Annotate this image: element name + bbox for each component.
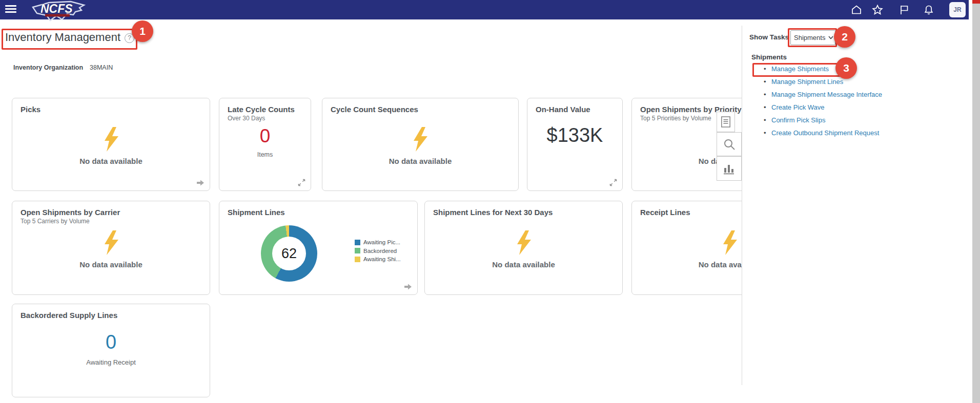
- metric-label: Awaiting Receipt: [21, 358, 201, 366]
- task-link-create-pick-wave[interactable]: Create Pick Wave: [771, 103, 825, 111]
- card-open-shipments-by-carrier[interactable]: Open Shipments by Carrier Top 5 Carriers…: [12, 201, 210, 295]
- page-title: Inventory Management?: [5, 31, 134, 44]
- card-backordered-supply-lines[interactable]: Backordered Supply Lines 0 Awaiting Rece…: [12, 304, 210, 397]
- show-tasks-select[interactable]: Shipments: [790, 30, 835, 45]
- show-tasks-label: Show Tasks: [749, 33, 789, 41]
- shipment-lines-donut: 62: [261, 225, 317, 282]
- scrollbar-marker: [972, 0, 980, 4]
- task-list-item: Manage Shipment Message Interface: [764, 91, 882, 98]
- annotation-badge-2: 2: [834, 26, 855, 48]
- card-action-arrow-icon[interactable]: [196, 179, 205, 186]
- legend-swatch: [355, 240, 360, 245]
- scrollbar[interactable]: [972, 0, 980, 403]
- lightning-icon: [514, 230, 534, 256]
- task-link-manage-shipment-message-interface[interactable]: Manage Shipment Message Interface: [771, 91, 882, 98]
- card-title: Shipment Lines: [228, 208, 409, 217]
- hamburger-menu-icon[interactable]: [5, 5, 16, 14]
- card-cycle-count-sequences[interactable]: Cycle Count Sequences No data available: [322, 98, 519, 191]
- org-label: Inventory Organization: [13, 64, 83, 71]
- lightning-icon: [101, 230, 121, 256]
- bar-chart-icon: [723, 162, 736, 175]
- card-title: Backordered Supply Lines: [21, 311, 201, 320]
- org-value: 38MAIN: [90, 64, 113, 71]
- card-expand-icon[interactable]: [298, 179, 305, 186]
- lightning-icon: [411, 126, 430, 152]
- search-tool-button[interactable]: [717, 132, 742, 156]
- document-icon: [721, 116, 731, 128]
- legend-label: Backordered: [363, 248, 397, 254]
- search-icon: [723, 138, 736, 151]
- main-content: Inventory Management? Inventory Organiza…: [0, 19, 742, 403]
- legend-swatch: [355, 248, 360, 253]
- card-shipment-lines[interactable]: Shipment Lines 62 Awaiting Pic... Backor…: [219, 201, 418, 295]
- metric-value: 0: [228, 126, 302, 147]
- metric-value: 0: [21, 332, 201, 353]
- star-favorites-icon[interactable]: [871, 4, 884, 16]
- user-avatar[interactable]: JR: [949, 2, 966, 17]
- task-link-list: Manage Shipments Manage Shipment Lines M…: [764, 66, 882, 142]
- legend-item: Awaiting Shi...: [355, 256, 401, 262]
- task-link-manage-shipments[interactable]: Manage Shipments: [771, 65, 829, 73]
- select-value: Shipments: [794, 34, 825, 41]
- metric-label: Items: [228, 151, 302, 158]
- legend-item: Backordered: [355, 248, 401, 254]
- card-title: On-Hand Value: [536, 105, 614, 114]
- task-link-confirm-pick-slips[interactable]: Confirm Pick Slips: [771, 116, 825, 124]
- card-on-hand-value[interactable]: On-Hand Value $133K: [527, 98, 623, 191]
- card-receipt-lines[interactable]: Receipt Lines No data available: [631, 201, 742, 295]
- no-data-text: No data available: [699, 260, 742, 269]
- task-link-create-outbound-shipment-request[interactable]: Create Outbound Shipment Request: [771, 129, 879, 137]
- legend-label: Awaiting Shi...: [363, 256, 401, 262]
- help-icon[interactable]: ?: [125, 33, 134, 43]
- task-list-item: Create Pick Wave: [764, 104, 882, 111]
- global-header: NCFS JR: [0, 0, 969, 19]
- card-title: Late Cycle Counts: [228, 105, 302, 114]
- inventory-organization-row: Inventory Organization 38MAIN: [13, 64, 83, 71]
- lightning-icon: [101, 126, 121, 152]
- notes-tool-button[interactable]: [717, 112, 735, 132]
- no-data-text: No data available: [79, 260, 142, 269]
- card-picks[interactable]: Picks No data available: [12, 98, 210, 191]
- ncfs-logo[interactable]: NCFS: [30, 0, 87, 23]
- task-list-item: Manage Shipments: [764, 66, 882, 73]
- chart-legend: Awaiting Pic... Backordered Awaiting Shi…: [355, 239, 401, 265]
- card-subtitle: Over 30 Days: [228, 115, 302, 122]
- legend-label: Awaiting Pic...: [363, 239, 400, 245]
- panel-divider: [742, 26, 742, 385]
- flag-watchlist-icon[interactable]: [898, 4, 910, 16]
- task-link-manage-shipment-lines[interactable]: Manage Shipment Lines: [771, 78, 843, 86]
- task-list-item: Create Outbound Shipment Request: [764, 130, 882, 137]
- card-shipment-lines-next-30-days[interactable]: Shipment Lines for Next 30 Days No data …: [424, 201, 623, 295]
- home-icon[interactable]: [850, 4, 863, 16]
- tasks-section-title: Shipments: [751, 53, 787, 61]
- task-list-item: Confirm Pick Slips: [764, 117, 882, 124]
- tasks-panel: Show Tasks Shipments Shipments Manage Sh…: [742, 19, 972, 403]
- logo-text: NCFS: [40, 2, 73, 15]
- legend-item: Awaiting Pic...: [355, 239, 401, 245]
- card-action-arrow-icon[interactable]: [404, 283, 412, 290]
- annotation-badge-1: 1: [132, 20, 153, 42]
- chart-tool-button[interactable]: [717, 156, 742, 181]
- no-data-text: No data available: [492, 260, 555, 269]
- chevron-down-icon: [828, 36, 833, 39]
- legend-swatch: [355, 257, 360, 262]
- task-list-item: Manage Shipment Lines: [764, 78, 882, 86]
- lightning-icon: [720, 230, 740, 256]
- card-expand-icon[interactable]: [609, 179, 617, 186]
- donut-center-value: 62: [281, 246, 297, 262]
- card-late-cycle-counts[interactable]: Late Cycle Counts Over 30 Days 0 Items: [219, 98, 311, 191]
- metric-value: $133K: [536, 125, 614, 146]
- no-data-text: No data available: [79, 157, 142, 165]
- app-screen: NCFS JR Inventory Management? Inventory …: [0, 0, 980, 403]
- no-data-text: No data available: [389, 157, 452, 165]
- bell-notifications-icon[interactable]: [923, 4, 935, 16]
